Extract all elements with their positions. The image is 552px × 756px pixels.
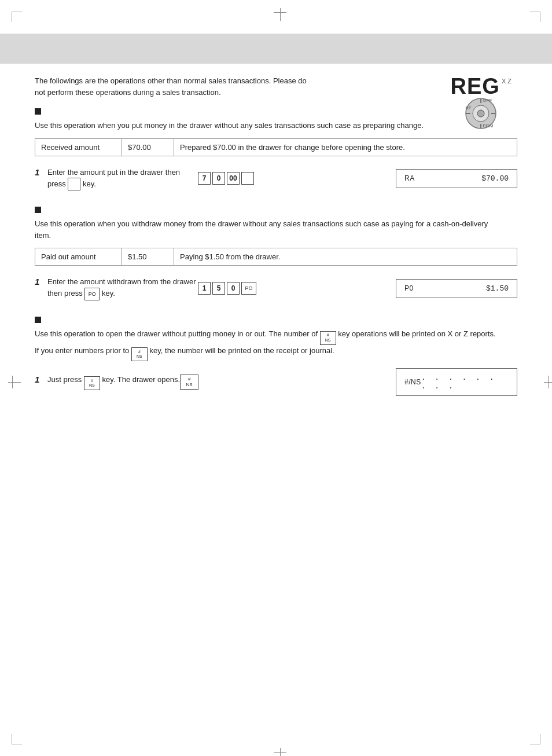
intro-text: The followings are the operations other … [35, 75, 318, 98]
section-desc-3: Use this operation to open the drawer wi… [35, 328, 498, 361]
step-text-1: Enter the amount put in the drawer then … [47, 167, 198, 191]
key-5: 5 [212, 282, 225, 295]
step-3-left: 1 Just press #NS key. The drawer opens. [35, 374, 180, 390]
receipt-label-3: #/NS [404, 378, 421, 386]
step-number-1: 1 [35, 167, 43, 177]
key-1: 1 [198, 282, 211, 295]
step-text-key-label: key. [83, 179, 96, 188]
step-text-line1: Enter the amount put in the drawer then … [47, 168, 180, 189]
receipt-2: P0 $1.50 [396, 279, 517, 298]
step-2-left: 1 Enter the amount withdrawn from the dr… [35, 276, 198, 300]
step-text-key-label-2: key. [102, 289, 115, 298]
key-ra [241, 172, 254, 185]
receipt-1: RA $70.00 [396, 169, 517, 188]
step-1-keys: 7 0 00 [198, 172, 254, 185]
section-desc-1: Use this operation when you put money in… [35, 120, 498, 131]
key-blank [68, 178, 80, 190]
step-3-row: 1 Just press #NS key. The drawer opens. … [35, 368, 517, 396]
step-text-line1-2: Enter the amount withdrawn from the draw… [47, 277, 196, 298]
receipt-value-2: $1.50 [486, 284, 509, 293]
key-ns-inline-2: #NS [131, 347, 148, 361]
receipt-label-2: P0 [404, 284, 414, 292]
step-1-row: 1 Enter the amount put in the drawer the… [35, 167, 517, 191]
table-cell-label: Received amount [35, 138, 122, 156]
table-cell-label: Paid out amount [35, 248, 122, 266]
section-marker-3 [35, 317, 41, 323]
table-row: Received amount $70.00 Prepared $70.00 i… [35, 138, 517, 156]
step-1-left: 1 Enter the amount put in the drawer the… [35, 167, 198, 191]
section-marker-1 [35, 108, 41, 115]
step-2-row: 1 Enter the amount withdrawn from the dr… [35, 276, 517, 300]
corner-tl [12, 12, 22, 22]
receipt-value-1: $70.00 [481, 174, 509, 183]
table-cell-amount: $70.00 [122, 138, 174, 156]
corner-tr [530, 12, 540, 22]
section-desc-2: Use this operation when you withdraw mon… [35, 218, 498, 241]
section-no-sale: Use this operation to open the drawer wi… [35, 317, 517, 396]
table-cell-amount: $1.50 [122, 248, 174, 266]
step-number-2: 1 [35, 277, 43, 287]
table-cell-desc: Prepared $70.00 in the drawer for change… [174, 138, 517, 156]
corner-bl [12, 734, 22, 744]
key-ns-step: #NS [84, 376, 100, 390]
step-text-3: Just press #NS key. The drawer opens. [47, 374, 180, 390]
corner-br [530, 734, 540, 744]
section-marker-2 [35, 207, 41, 213]
section-received-on-account: Use this operation when you put money in… [35, 108, 517, 190]
receipt-value-3: . . . . . . . . . [421, 373, 509, 391]
key-0-2: 0 [227, 282, 240, 295]
receipt-label-1: RA [404, 174, 415, 182]
step-2-keys: 1 5 0 PO [198, 282, 256, 295]
paid-out-table: Paid out amount $1.50 Paying $1.50 from … [35, 248, 517, 266]
table-cell-desc: Paying $1.50 from the drawer. [174, 248, 517, 266]
received-amount-table: Received amount $70.00 Prepared $70.00 i… [35, 138, 517, 156]
key-ns-large: #NS [180, 375, 198, 390]
step-number-3: 1 [35, 375, 43, 384]
step-3-keys: #NS [180, 375, 198, 390]
key-7: 7 [198, 172, 211, 185]
section-paid-out: Use this operation when you withdraw mon… [35, 207, 517, 300]
key-po-inline: PO [84, 288, 100, 300]
header-band [0, 34, 552, 64]
key-0-1: 0 [212, 172, 225, 185]
main-content: The followings are the operations other … [35, 75, 517, 412]
key-ns-inline-1: #NS [320, 331, 336, 345]
key-po: PO [241, 282, 256, 295]
receipt-3: #/NS . . . . . . . . . [396, 368, 517, 396]
table-row: Paid out amount $1.50 Paying $1.50 from … [35, 248, 517, 266]
step-text-2: Enter the amount withdrawn from the draw… [47, 276, 198, 300]
key-00: 00 [227, 172, 240, 185]
